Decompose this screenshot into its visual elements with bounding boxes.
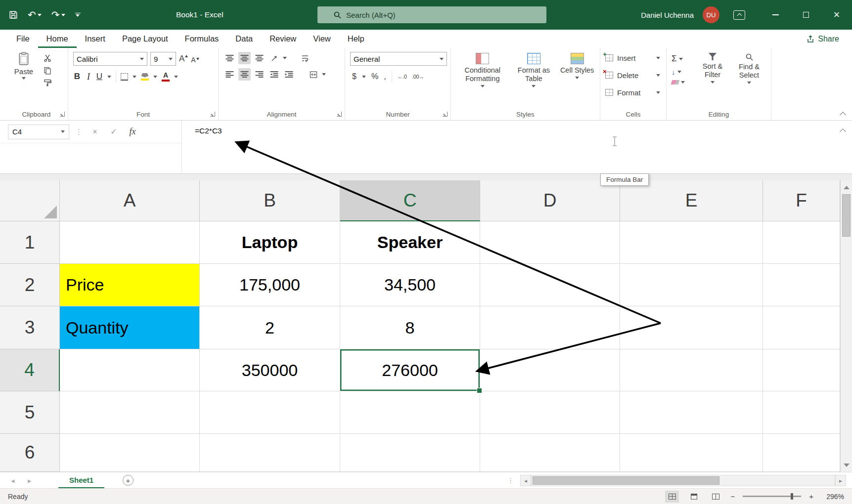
grow-font-button[interactable]: A — [179, 54, 188, 64]
chevron-down-icon[interactable] — [22, 77, 26, 80]
chevron-down-icon[interactable] — [283, 57, 287, 59]
col-header-b[interactable]: B — [200, 180, 340, 221]
tab-help[interactable]: Help — [339, 30, 373, 48]
scroll-down-button[interactable] — [841, 459, 852, 471]
insert-function-button[interactable]: fx — [126, 126, 139, 137]
wrap-text-button[interactable] — [299, 52, 311, 64]
cell-styles-button[interactable]: Cell Styles — [558, 52, 596, 107]
cell-A6[interactable] — [60, 434, 200, 472]
cell-B4[interactable]: 350000 — [200, 349, 340, 391]
tab-scroll-splitter[interactable]: ⋮ — [507, 472, 514, 489]
chevron-down-icon[interactable] — [322, 73, 326, 76]
find-select-button[interactable]: Find & Select — [733, 52, 765, 107]
cell-E4[interactable] — [620, 349, 763, 391]
delete-cells-button[interactable]: Delete — [605, 68, 662, 82]
shrink-font-button[interactable]: A — [191, 54, 199, 64]
paste-button[interactable]: Paste — [10, 52, 38, 107]
row-header-3[interactable]: 3 — [0, 306, 60, 349]
align-center-button[interactable] — [238, 68, 251, 81]
format-as-table-button[interactable]: Format as Table — [510, 52, 558, 107]
chevron-down-icon[interactable] — [140, 58, 144, 60]
row-header-4[interactable]: 4 — [0, 349, 60, 391]
chevron-down-icon[interactable] — [133, 76, 136, 78]
tab-insert[interactable]: Insert — [77, 30, 114, 48]
cell-E5[interactable] — [620, 391, 763, 434]
fill-button[interactable]: ↓ — [672, 68, 692, 76]
autosum-button[interactable]: Σ — [672, 54, 692, 64]
accounting-format-button[interactable]: $ — [352, 72, 357, 81]
undo-button[interactable]: ↶ — [28, 10, 42, 20]
insert-cells-button[interactable]: Insert — [605, 51, 662, 65]
chevron-down-icon[interactable] — [169, 58, 173, 60]
cell-F6[interactable] — [763, 434, 840, 472]
sheet-tab-sheet1[interactable]: Sheet1 — [58, 472, 104, 488]
chevron-down-icon[interactable] — [362, 76, 366, 78]
col-header-d[interactable]: D — [480, 180, 620, 221]
sort-filter-button[interactable]: Sort & Filter — [695, 52, 730, 107]
collapse-formula-bar-icon[interactable] — [840, 128, 846, 135]
borders-icon[interactable] — [121, 73, 128, 81]
row-header-2[interactable]: 2 — [0, 264, 60, 306]
col-header-a[interactable]: A — [60, 180, 200, 221]
zoom-slider[interactable] — [743, 496, 801, 497]
chevron-down-icon[interactable] — [440, 58, 444, 60]
cell-B5[interactable] — [200, 391, 340, 434]
font-size-combo[interactable]: 9 — [150, 52, 176, 66]
cell-E1[interactable] — [620, 221, 763, 264]
italic-button[interactable]: I — [86, 72, 91, 82]
search-box[interactable]: Search (Alt+Q) — [317, 6, 546, 23]
cell-A3[interactable]: Quantity — [60, 306, 200, 349]
cell-D5[interactable] — [480, 391, 620, 434]
decrease-decimal-button[interactable]: .00→ — [412, 74, 424, 80]
formula-input[interactable]: =C2*C3 — [182, 121, 830, 173]
minimize-button[interactable] — [760, 0, 791, 30]
tab-home[interactable]: Home — [38, 30, 77, 48]
chevron-down-icon[interactable] — [107, 76, 111, 78]
cell-A2[interactable]: Price — [60, 264, 200, 306]
chevron-down-icon[interactable] — [153, 76, 157, 78]
decrease-indent-button[interactable] — [268, 68, 280, 81]
cell-D2[interactable] — [480, 264, 620, 306]
orientation-button[interactable] — [268, 52, 280, 64]
cancel-button[interactable]: × — [89, 127, 101, 136]
alignment-dialog-launcher-icon[interactable] — [337, 112, 342, 117]
percent-style-button[interactable]: % — [371, 72, 378, 81]
chevron-down-icon[interactable] — [174, 76, 178, 78]
new-sheet-button[interactable]: + — [123, 475, 134, 486]
save-button[interactable] — [9, 10, 18, 19]
conditional-formatting-button[interactable]: Conditional Formatting — [456, 52, 509, 107]
tab-file[interactable]: File — [8, 30, 38, 48]
align-bottom-button[interactable] — [253, 52, 266, 64]
font-color-button[interactable]: A — [162, 72, 170, 82]
vertical-scroll-thumb[interactable] — [842, 194, 851, 237]
row-header-6[interactable]: 6 — [0, 434, 60, 472]
copy-icon[interactable] — [44, 67, 51, 75]
scroll-left-button[interactable]: ◂ — [520, 475, 531, 486]
cell-B3[interactable]: 2 — [200, 306, 340, 349]
cell-F5[interactable] — [763, 391, 840, 434]
chevron-down-icon[interactable] — [61, 14, 65, 16]
row-header-1[interactable]: 1 — [0, 221, 60, 264]
maximize-button[interactable] — [791, 0, 821, 30]
horizontal-scroll-thumb[interactable] — [533, 476, 719, 485]
cell-E2[interactable] — [620, 264, 763, 306]
comma-style-button[interactable]: , — [384, 72, 386, 81]
zoom-slider-thumb[interactable] — [791, 493, 793, 500]
cell-B1[interactable]: Laptop — [200, 221, 340, 264]
customize-quick-access-button[interactable] — [75, 13, 81, 17]
collapse-ribbon-icon[interactable] — [840, 112, 846, 118]
cell-F4[interactable] — [763, 349, 840, 391]
fill-color-button[interactable] — [141, 73, 149, 81]
col-header-f[interactable]: F — [763, 180, 840, 221]
zoom-level[interactable]: 296% — [821, 493, 844, 501]
close-button[interactable]: × — [821, 0, 852, 30]
merge-center-button[interactable] — [307, 68, 319, 81]
enter-button[interactable]: ✓ — [107, 127, 120, 136]
tab-data[interactable]: Data — [227, 30, 261, 48]
ribbon-display-options-button[interactable] — [733, 10, 745, 20]
increase-indent-button[interactable] — [283, 68, 295, 81]
clear-button[interactable] — [672, 80, 692, 84]
name-box[interactable]: C4 — [8, 125, 69, 139]
cell-D6[interactable] — [480, 434, 620, 472]
col-header-e[interactable]: E — [620, 180, 763, 221]
